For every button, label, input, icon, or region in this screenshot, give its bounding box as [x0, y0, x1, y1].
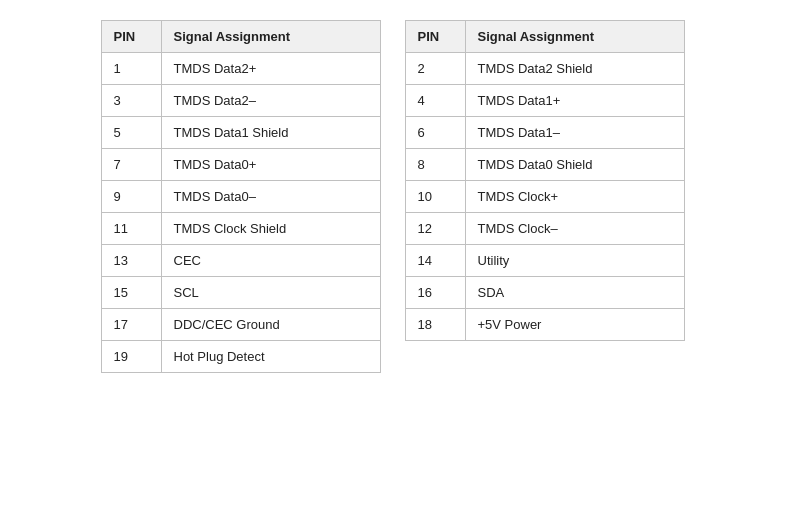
table-row: 6TMDS Data1–	[405, 117, 684, 149]
signal-cell: SDA	[465, 277, 684, 309]
table-row: 14Utility	[405, 245, 684, 277]
pin-cell: 7	[101, 149, 161, 181]
pin-cell: 4	[405, 85, 465, 117]
pin-cell: 12	[405, 213, 465, 245]
pin-cell: 9	[101, 181, 161, 213]
signal-cell: TMDS Data2–	[161, 85, 380, 117]
pin-cell: 18	[405, 309, 465, 341]
table-header-row-right: PIN Signal Assignment	[405, 21, 684, 53]
pin-cell: 11	[101, 213, 161, 245]
signal-cell: CEC	[161, 245, 380, 277]
pin-cell: 8	[405, 149, 465, 181]
signal-cell: TMDS Data2 Shield	[465, 53, 684, 85]
pin-cell: 2	[405, 53, 465, 85]
pin-cell: 15	[101, 277, 161, 309]
table-row: 15SCL	[101, 277, 380, 309]
pin-cell: 6	[405, 117, 465, 149]
signal-cell: TMDS Clock+	[465, 181, 684, 213]
pin-table-left: PIN Signal Assignment 1TMDS Data2+3TMDS …	[101, 20, 381, 373]
pin-cell: 1	[101, 53, 161, 85]
table-row: 13CEC	[101, 245, 380, 277]
table-row: 11TMDS Clock Shield	[101, 213, 380, 245]
table-row: 10TMDS Clock+	[405, 181, 684, 213]
table-row: 18+5V Power	[405, 309, 684, 341]
pin-cell: 16	[405, 277, 465, 309]
signal-cell: TMDS Data0 Shield	[465, 149, 684, 181]
signal-cell: TMDS Clock–	[465, 213, 684, 245]
col-header-pin-left: PIN	[101, 21, 161, 53]
signal-cell: TMDS Data0+	[161, 149, 380, 181]
signal-cell: TMDS Data0–	[161, 181, 380, 213]
table-row: 3TMDS Data2–	[101, 85, 380, 117]
pin-cell: 13	[101, 245, 161, 277]
signal-cell: TMDS Data2+	[161, 53, 380, 85]
table-row: 12TMDS Clock–	[405, 213, 684, 245]
signal-cell: TMDS Data1–	[465, 117, 684, 149]
table-row: 19Hot Plug Detect	[101, 341, 380, 373]
signal-cell: TMDS Data1 Shield	[161, 117, 380, 149]
table-row: 2TMDS Data2 Shield	[405, 53, 684, 85]
tables-container: PIN Signal Assignment 1TMDS Data2+3TMDS …	[101, 20, 685, 373]
table-row: 16SDA	[405, 277, 684, 309]
signal-cell: TMDS Data1+	[465, 85, 684, 117]
table-row: 17DDC/CEC Ground	[101, 309, 380, 341]
pin-cell: 10	[405, 181, 465, 213]
pin-cell: 19	[101, 341, 161, 373]
table-row: 7TMDS Data0+	[101, 149, 380, 181]
col-header-signal-right: Signal Assignment	[465, 21, 684, 53]
col-header-pin-right: PIN	[405, 21, 465, 53]
col-header-signal-left: Signal Assignment	[161, 21, 380, 53]
table-row: 9TMDS Data0–	[101, 181, 380, 213]
table-header-row-left: PIN Signal Assignment	[101, 21, 380, 53]
signal-cell: DDC/CEC Ground	[161, 309, 380, 341]
signal-cell: TMDS Clock Shield	[161, 213, 380, 245]
pin-cell: 14	[405, 245, 465, 277]
signal-cell: Utility	[465, 245, 684, 277]
signal-cell: Hot Plug Detect	[161, 341, 380, 373]
table-row: 4TMDS Data1+	[405, 85, 684, 117]
table-row: 8TMDS Data0 Shield	[405, 149, 684, 181]
pin-table-right: PIN Signal Assignment 2TMDS Data2 Shield…	[405, 20, 685, 341]
pin-cell: 17	[101, 309, 161, 341]
signal-cell: +5V Power	[465, 309, 684, 341]
table-row: 5TMDS Data1 Shield	[101, 117, 380, 149]
pin-cell: 3	[101, 85, 161, 117]
table-row: 1TMDS Data2+	[101, 53, 380, 85]
pin-cell: 5	[101, 117, 161, 149]
signal-cell: SCL	[161, 277, 380, 309]
